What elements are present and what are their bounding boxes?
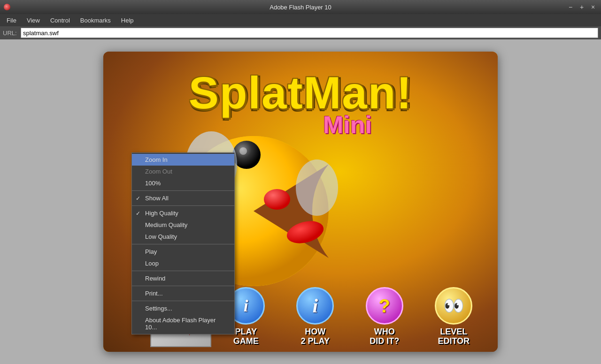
ctx-sep3 xyxy=(132,244,234,244)
ctx-sep2 xyxy=(132,205,234,206)
ctx-100-percent[interactable]: 100% xyxy=(132,177,234,189)
ctx-sep1 xyxy=(132,190,234,191)
ctx-settings[interactable]: Settings... xyxy=(132,303,234,314)
ctx-sep6 xyxy=(132,301,234,301)
url-input[interactable] xyxy=(21,28,598,38)
minimize-button[interactable]: − xyxy=(566,3,575,11)
ctx-show-all-label: Show All xyxy=(145,195,224,202)
who-did-it-label: WHODID IT? xyxy=(370,327,399,346)
menubar: File View Control Bookmarks Help xyxy=(0,14,601,26)
ctx-rewind[interactable]: Rewind xyxy=(132,273,234,284)
ctx-print-label: Print... xyxy=(145,290,224,297)
svg-point-5 xyxy=(264,189,290,210)
ctx-zoom-in-label: Zoom In xyxy=(145,156,224,163)
menu-view[interactable]: View xyxy=(22,16,45,25)
window-title: Adobe Flash Player 10 xyxy=(0,4,601,11)
ctx-medium-quality-label: Medium Quality xyxy=(145,221,224,228)
menu-bookmarks[interactable]: Bookmarks xyxy=(76,16,116,25)
svg-point-4 xyxy=(239,147,247,155)
titlebar-left xyxy=(4,4,10,10)
ctx-loop[interactable]: Loop xyxy=(132,258,234,269)
ctx-100-label: 100% xyxy=(145,180,224,187)
ctx-settings-label: Settings... xyxy=(145,305,224,312)
ctx-high-quality-check: ✓ xyxy=(136,210,142,217)
who-did-it-button[interactable]: ? WHODID IT? xyxy=(350,287,419,346)
ctx-high-quality-label: High Quality xyxy=(145,210,224,217)
ctx-medium-quality[interactable]: Medium Quality xyxy=(132,219,234,231)
ctx-about[interactable]: About Adobe Flash Player 10... xyxy=(132,314,234,333)
ctx-zoom-out-label: Zoom Out xyxy=(145,168,224,175)
play-game-label: PLAYGAME xyxy=(233,327,259,346)
ctx-sep4 xyxy=(132,271,234,271)
splatman-title: SplatMan! xyxy=(189,68,413,118)
titlebar: Adobe Flash Player 10 − + × xyxy=(0,0,601,14)
ctx-rewind-label: Rewind xyxy=(145,275,224,282)
level-editor-label: LEVELEDITOR xyxy=(438,327,470,346)
flash-player-area: SplatMan! Mini xyxy=(103,52,498,352)
how-to-play-icon: i xyxy=(296,287,334,325)
ctx-sep5 xyxy=(132,286,234,286)
ctx-loop-label: Loop xyxy=(145,260,224,267)
how-to-play-button[interactable]: i HOW2 PLAY xyxy=(281,287,350,346)
menu-control[interactable]: Control xyxy=(46,16,75,25)
url-label: URL: xyxy=(3,30,18,37)
menu-help[interactable]: Help xyxy=(116,16,139,25)
ctx-zoom-in[interactable]: Zoom In xyxy=(132,154,234,166)
urlbar: URL: xyxy=(0,26,601,39)
ctx-about-label: About Adobe Flash Player 10... xyxy=(145,317,224,331)
ctx-high-quality[interactable]: ✓ High Quality xyxy=(132,207,234,219)
ctx-print[interactable]: Print... xyxy=(132,288,234,299)
window-controls: − + × xyxy=(566,3,597,11)
play-icon: i xyxy=(244,296,248,316)
close-button[interactable]: × xyxy=(589,3,597,11)
eyes-icon: 👀 xyxy=(443,296,464,316)
ctx-play[interactable]: Play xyxy=(132,246,234,258)
level-editor-icon: 👀 xyxy=(435,287,472,325)
ctx-show-all-check: ✓ xyxy=(136,195,142,202)
main-area: SplatMan! Mini xyxy=(0,39,601,364)
ctx-low-quality[interactable]: Low Quality xyxy=(132,231,234,243)
maximize-button[interactable]: + xyxy=(578,3,586,11)
menu-file[interactable]: File xyxy=(2,16,21,25)
ctx-play-label: Play xyxy=(145,248,224,255)
who-did-it-icon: ? xyxy=(366,287,403,325)
level-editor-button[interactable]: 👀 LEVELEDITOR xyxy=(419,287,489,346)
ctx-zoom-out: Zoom Out xyxy=(132,166,234,177)
svg-point-7 xyxy=(296,159,338,216)
question-icon: ? xyxy=(379,296,390,317)
ctx-show-all[interactable]: ✓ Show All xyxy=(132,192,234,204)
how-to-play-label: HOW2 PLAY xyxy=(301,327,330,346)
info-icon: i xyxy=(312,295,318,317)
app-icon xyxy=(4,4,10,10)
ctx-low-quality-label: Low Quality xyxy=(145,233,224,240)
context-menu: Zoom In Zoom Out 100% ✓ Show All ✓ High … xyxy=(131,152,235,334)
